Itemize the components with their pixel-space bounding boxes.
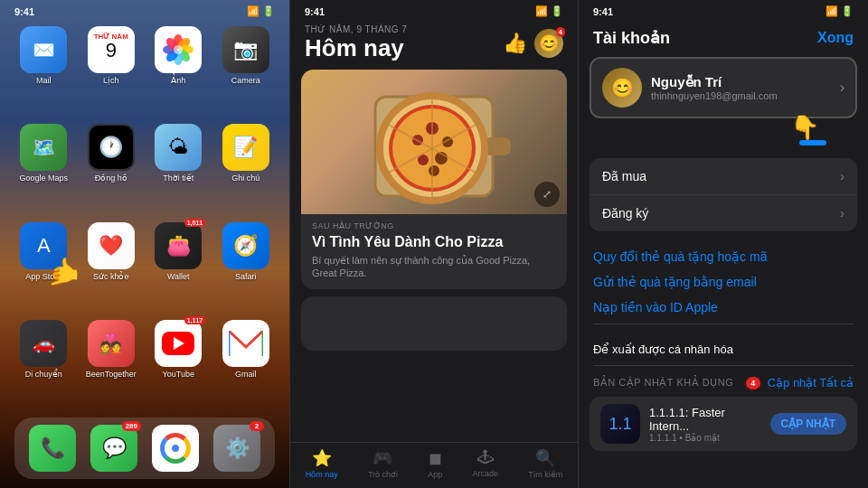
acc-update-app-info: 1.1.1.1: Faster Intern... 1.1.1.1 • Bảo …	[649, 406, 761, 443]
tab-games-icon: 🎮	[373, 448, 392, 468]
as-status-icons: 📶 🔋	[535, 5, 563, 17]
app-icon-health[interactable]: ❤️	[88, 222, 135, 269]
tab-arcade[interactable]: 🕹 Arcade	[473, 448, 499, 479]
as-avatar-wrapper[interactable]: 😊 4	[534, 29, 563, 58]
acc-done-button[interactable]: Xong	[817, 30, 854, 46]
acc-update-app-icon: 1.1	[600, 404, 640, 444]
youtube-triangle	[174, 337, 184, 350]
acc-link-topup[interactable]: Nạp tiền vào ID Apple	[593, 295, 854, 320]
acc-update-section: 1.1 1.1.1.1: Faster Intern... 1.1.1.1 • …	[590, 397, 857, 451]
tab-apps-label: App	[428, 470, 442, 479]
dock-settings[interactable]: ⚙️ 2	[213, 425, 260, 472]
app-label-notes: Ghi chú	[231, 174, 259, 183]
app-icon-gmail[interactable]	[222, 320, 269, 367]
settings-badge: 2	[250, 421, 264, 431]
acc-divider-2	[593, 365, 854, 366]
app-label-youtube: YouTube	[163, 370, 194, 380]
app-item-youtube[interactable]: 1,117 YouTube	[149, 320, 208, 408]
acc-divider	[593, 324, 854, 324]
app-label-mail: Mail	[36, 76, 52, 86]
app-icon-beentogether[interactable]: 💑	[88, 320, 135, 367]
acc-update-all-label[interactable]: Cập nhật Tất cả	[768, 376, 854, 389]
app-label-health: Sức khỏe	[93, 272, 129, 282]
dock-messages[interactable]: 💬 289	[90, 425, 137, 472]
app-icon-wallet[interactable]: 👛 1,011	[155, 222, 202, 269]
as-mini-card[interactable]	[301, 296, 567, 351]
acc-link-redeem[interactable]: Quy đổi thẻ quà tặng hoặc mã	[593, 244, 854, 269]
tab-apps[interactable]: ◼ App	[428, 448, 442, 479]
acc-update-app-desc: 1.1.1.1 • Bảo mật	[649, 433, 761, 443]
app-item-appstore[interactable]: A 🤙 App Store	[14, 222, 73, 311]
app-item-beentogether[interactable]: 💑 BeenTogether	[82, 320, 141, 408]
as-card-image: ⤢	[301, 70, 567, 214]
app-label-weather: Thời tiết	[163, 174, 193, 183]
app-item-notes[interactable]: 📝 Ghi chú	[217, 124, 276, 212]
app-item-mail[interactable]: ✉️ Mail	[14, 26, 73, 115]
messages-badge: 289	[122, 421, 141, 431]
app-item-camera[interactable]: 📷 Camera	[217, 26, 276, 115]
app-item-calendar[interactable]: THỨ NĂM 9 Lịch	[82, 26, 141, 115]
as-featured-card[interactable]: ⤢ SAU HẬU TRƯỜNG Vì Tình Yêu Dành Cho Pi…	[301, 70, 567, 289]
tab-today-label: Hôm nay	[306, 470, 338, 479]
app-item-photos[interactable]: Ảnh	[149, 26, 208, 115]
app-item-wallet[interactable]: 👛 1,011 Wallet	[149, 222, 208, 311]
app-icon-mail[interactable]: ✉️	[20, 26, 67, 73]
acc-link-section: Quy đổi thẻ quà tặng hoặc mã Gửi thẻ quà…	[579, 235, 868, 324]
app-item-maps[interactable]: 🗺️ Google Maps	[14, 124, 73, 212]
app-icon-photos[interactable]	[155, 26, 202, 73]
tab-search[interactable]: 🔍 Tìm kiếm	[528, 448, 562, 479]
hand-cursor-appstore: 🤙	[47, 256, 80, 287]
app-icon-diChuyen[interactable]: 🚗	[20, 320, 67, 367]
app-icon-notes[interactable]: 📝	[222, 124, 269, 171]
app-icon-safari[interactable]: 🧭	[222, 222, 269, 269]
acc-update-label-section: BẢN CẬP NHẬT KHẢ DỤNG 4 Cập nhật Tất cả	[579, 369, 868, 393]
appstore-panel: 9:41 📶 🔋 THỨ NĂM, 9 THÁNG 7 Hôm nay 👍 😊 …	[289, 0, 579, 488]
acc-page-title: Tài khoản	[593, 28, 670, 48]
acc-update-row: 1.1 1.1.1.1: Faster Intern... 1.1.1.1 • …	[590, 397, 857, 451]
acc-update-button[interactable]: CẬP NHẬT	[770, 413, 846, 435]
tab-today-icon: ⭐	[312, 448, 332, 468]
as-card-body: SAU HẬU TRƯỜNG Vì Tình Yêu Dành Cho Pizz…	[301, 214, 567, 289]
acc-row-purchased[interactable]: Đã mua ›	[590, 158, 857, 195]
app-item-clock[interactable]: 🕐 Đồng hồ	[82, 124, 141, 212]
app-label-safari: Safari	[235, 272, 257, 282]
app-label-wallet: Wallet	[167, 272, 190, 282]
dock-chrome[interactable]	[152, 425, 199, 472]
app-item-diChuyen[interactable]: 🚗 Di chuyển	[14, 320, 73, 408]
app-icon-calendar[interactable]: THỨ NĂM 9	[88, 26, 135, 73]
app-item-health[interactable]: ❤️ Sức khỏe	[82, 222, 141, 311]
acc-profile-email: thinhnguyen198@gmail.com	[651, 90, 778, 101]
app-icon-appstore[interactable]: A 🤙	[20, 222, 67, 269]
app-label-clock: Đồng hồ	[95, 174, 127, 183]
tab-games[interactable]: 🎮 Trò chơi	[368, 448, 398, 479]
acc-row-subscribe[interactable]: Đăng ký ›	[590, 195, 857, 231]
home-content: 9:41 📶 🔋 ✉️ Mail THỨ NĂM 9 Lịch	[0, 0, 289, 488]
as-page-title: Hôm nay	[305, 34, 407, 62]
as-card-action-button[interactable]: ⤢	[534, 182, 560, 207]
thumbs-up-icon: 👍	[503, 32, 527, 55]
status-time: 9:41	[14, 6, 34, 17]
acc-status-icons: 📶 🔋	[826, 5, 854, 17]
acc-profile-left: 😊 Nguyễn Trí thinhnguyen198@gmail.com	[602, 68, 778, 108]
as-date: THỨ NĂM, 9 THÁNG 7	[305, 24, 407, 34]
svg-point-9	[174, 45, 183, 54]
app-icon-clock[interactable]: 🕐	[88, 124, 135, 171]
app-item-weather[interactable]: 🌤 Thời tiết	[149, 124, 208, 212]
app-item-gmail[interactable]: Gmail	[217, 320, 276, 408]
acc-profile-name: Nguyễn Trí	[651, 74, 778, 90]
app-icon-weather[interactable]: 🌤	[155, 124, 202, 171]
tab-search-label: Tìm kiếm	[528, 470, 562, 479]
tab-games-label: Trò chơi	[368, 470, 398, 479]
app-item-safari[interactable]: 🧭 Safari	[217, 222, 276, 311]
tab-today[interactable]: ⭐ Hôm nay	[306, 448, 338, 479]
acc-personalize-label[interactable]: Để xuất được cá nhân hóa	[593, 337, 854, 361]
dock-phone[interactable]: 📞	[29, 425, 76, 472]
acc-profile-row[interactable]: 😊 Nguyễn Trí thinhnguyen198@gmail.com › …	[590, 57, 857, 118]
app-icon-youtube[interactable]: 1,117	[155, 320, 202, 367]
acc-link-gift-email[interactable]: Gửi thẻ quà tặng bằng email	[593, 269, 854, 295]
app-icon-camera[interactable]: 📷	[222, 26, 269, 73]
acc-personalize-section: Để xuất được cá nhân hóa	[579, 328, 868, 365]
tab-arcade-label: Arcade	[473, 469, 499, 478]
app-icon-maps[interactable]: 🗺️	[20, 124, 67, 171]
acc-update-all-wrapper[interactable]: 4 Cập nhật Tất cả	[746, 376, 854, 389]
